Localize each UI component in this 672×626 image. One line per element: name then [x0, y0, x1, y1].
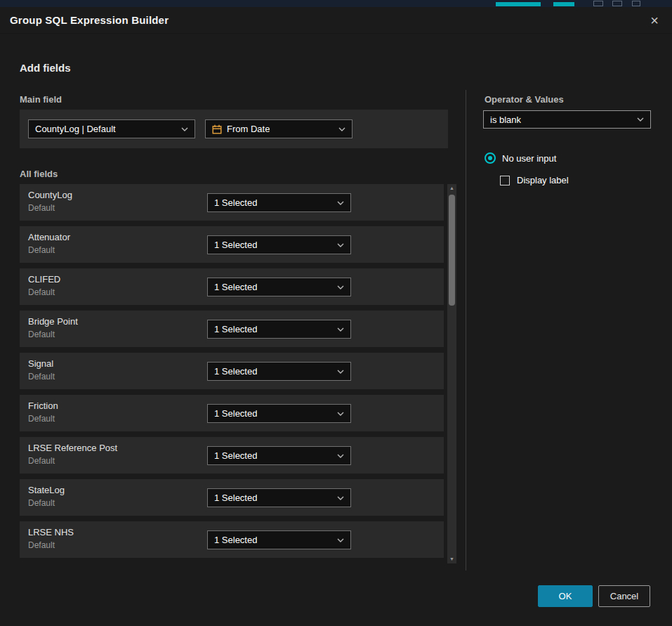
selected-count: 1 Selected: [214, 493, 257, 503]
field-selected-dropdown[interactable]: 1 Selected: [207, 446, 351, 465]
field-layer: Default: [28, 330, 78, 339]
chevron-down-icon: [338, 127, 345, 131]
field-row-attenuator: Attenuator Default 1 Selected: [20, 226, 444, 263]
operator-values-label: Operator & Values: [485, 94, 564, 105]
main-field-date-dropdown[interactable]: From Date: [205, 119, 353, 138]
operator-dropdown[interactable]: is blank: [483, 110, 651, 129]
scrollbar-thumb[interactable]: [449, 195, 455, 306]
calendar-icon: [212, 124, 222, 134]
field-layer: Default: [28, 245, 70, 255]
field-text: CountyLog Default: [28, 190, 72, 213]
field-row-statelog: StateLog Default 1 Selected: [20, 479, 444, 516]
no-user-input-radio[interactable]: No user input: [485, 152, 556, 164]
field-layer: Default: [28, 287, 60, 297]
field-layer: Default: [28, 203, 72, 213]
field-row-countylog: CountyLog Default 1 Selected: [20, 184, 444, 221]
field-row-signal: Signal Default 1 Selected: [20, 353, 444, 389]
field-name: StateLog: [28, 485, 65, 495]
dialog-title: Group SQL Expression Builder: [10, 7, 169, 33]
clipped-toolbar-text: [553, 2, 574, 6]
field-name: Bridge Point: [28, 316, 78, 327]
field-name: Friction: [28, 400, 58, 411]
field-row-bridge-point: Bridge Point Default 1 Selected: [20, 311, 444, 347]
field-row-friction: Friction Default 1 Selected: [20, 395, 444, 431]
field-name: LRSE NHS: [28, 527, 74, 537]
chevron-down-icon: [337, 370, 344, 374]
field-selected-dropdown[interactable]: 1 Selected: [207, 530, 351, 549]
field-row-lrse-nhs: LRSE NHS Default 1 Selected: [20, 521, 444, 558]
field-layer: Default: [28, 540, 74, 550]
selected-count: 1 Selected: [214, 535, 257, 545]
chevron-down-icon: [337, 412, 344, 416]
selected-count: 1 Selected: [214, 197, 257, 208]
fields-list-scrollbar[interactable]: ▲ ▼: [447, 184, 456, 563]
scroll-up-icon[interactable]: ▲: [447, 185, 456, 192]
checkbox-unchecked-icon[interactable]: [500, 176, 510, 185]
field-name: CountyLog: [28, 190, 72, 200]
sql-expression-builder-dialog: Group SQL Expression Builder × Add field…: [0, 7, 672, 626]
field-row-clifed: CLIFED Default 1 Selected: [20, 268, 444, 305]
chevron-down-icon: [337, 201, 344, 205]
section-title-add-fields: Add fields: [20, 62, 71, 74]
chevron-down-icon: [337, 454, 344, 458]
main-field-panel: CountyLog | Default From Date: [20, 110, 448, 148]
field-row-lrse-reference-post: LRSE Reference Post Default 1 Selected: [20, 437, 444, 474]
field-layer: Default: [28, 372, 55, 382]
chevron-down-icon: [337, 285, 344, 289]
column-divider: [466, 90, 466, 570]
main-field-date-value: From Date: [227, 124, 270, 134]
field-selected-dropdown[interactable]: 1 Selected: [207, 488, 351, 507]
field-text: CLIFED Default: [28, 274, 60, 297]
dialog-titlebar: Group SQL Expression Builder ×: [0, 7, 672, 34]
ok-button[interactable]: OK: [538, 585, 593, 607]
all-fields-label: All fields: [20, 169, 58, 179]
selected-count: 1 Selected: [214, 240, 257, 250]
field-layer: Default: [28, 498, 65, 508]
main-field-label: Main field: [20, 94, 62, 105]
field-layer: Default: [28, 414, 58, 424]
field-name: LRSE Reference Post: [28, 443, 117, 453]
field-selected-dropdown[interactable]: 1 Selected: [207, 362, 351, 381]
background-app-toolbar: [0, 0, 672, 7]
selected-count: 1 Selected: [214, 450, 257, 461]
field-name: Attenuator: [28, 232, 70, 242]
field-selected-dropdown[interactable]: 1 Selected: [207, 193, 351, 212]
all-fields-list: CountyLog Default 1 Selected Attenuator …: [20, 184, 456, 563]
field-selected-dropdown[interactable]: 1 Selected: [207, 235, 351, 254]
field-name: Signal: [28, 358, 55, 369]
field-text: Attenuator Default: [28, 232, 70, 255]
no-user-input-label: No user input: [502, 153, 556, 164]
chevron-down-icon: [337, 496, 344, 500]
operator-value: is blank: [490, 115, 521, 125]
clipped-toolbar-icon: [612, 1, 622, 6]
chevron-down-icon: [637, 117, 644, 122]
field-name: CLIFED: [28, 274, 60, 285]
field-layer: Default: [28, 456, 117, 466]
radio-selected-icon: [485, 152, 496, 164]
clipped-toolbar-icon: [593, 1, 603, 6]
display-label-checkbox-row[interactable]: Display label: [500, 175, 569, 185]
field-text: StateLog Default: [28, 485, 65, 508]
close-icon[interactable]: ×: [644, 10, 665, 31]
field-selected-dropdown[interactable]: 1 Selected: [207, 278, 351, 296]
clipped-toolbar-text: [496, 2, 541, 6]
cancel-button[interactable]: Cancel: [598, 585, 650, 607]
field-text: Bridge Point Default: [28, 316, 78, 339]
chevron-down-icon: [337, 243, 344, 247]
field-selected-dropdown[interactable]: 1 Selected: [207, 404, 351, 423]
scroll-down-icon[interactable]: ▼: [447, 556, 456, 563]
selected-count: 1 Selected: [214, 282, 257, 292]
chevron-down-icon: [337, 327, 344, 332]
field-selected-dropdown[interactable]: 1 Selected: [207, 320, 351, 339]
selected-count: 1 Selected: [214, 324, 257, 334]
display-label-label: Display label: [517, 175, 569, 185]
field-text: Friction Default: [28, 400, 58, 424]
selected-count: 1 Selected: [214, 408, 257, 419]
main-field-source-dropdown[interactable]: CountyLog | Default: [28, 119, 195, 138]
chevron-down-icon: [181, 127, 188, 131]
field-text: LRSE NHS Default: [28, 527, 74, 550]
chevron-down-icon: [337, 538, 344, 542]
main-field-source-value: CountyLog | Default: [35, 124, 116, 134]
selected-count: 1 Selected: [214, 366, 257, 377]
field-text: LRSE Reference Post Default: [28, 443, 117, 466]
